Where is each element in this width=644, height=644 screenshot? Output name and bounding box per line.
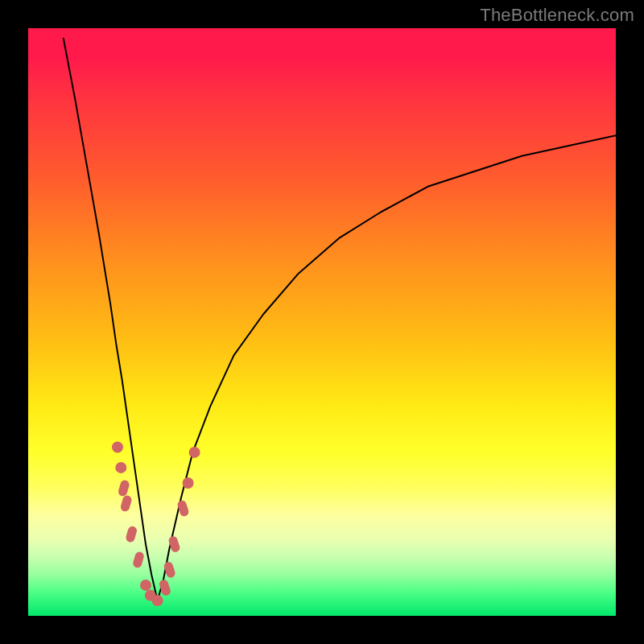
data-marker xyxy=(183,477,194,489)
curve-left-branch xyxy=(64,39,158,601)
watermark-text: TheBottleneck.com xyxy=(480,5,634,26)
chart-frame: TheBottleneck.com xyxy=(0,0,644,644)
plot-area xyxy=(28,28,616,616)
curve-right-branch xyxy=(158,135,616,601)
data-marker xyxy=(132,551,145,568)
data-marker xyxy=(189,447,200,458)
data-marker xyxy=(152,595,163,606)
data-marker xyxy=(159,579,172,597)
data-marker xyxy=(112,442,123,453)
data-marker xyxy=(125,525,138,543)
data-marker xyxy=(118,479,130,497)
chart-svg xyxy=(28,28,616,616)
data-marker xyxy=(115,462,126,473)
data-marker xyxy=(140,580,151,591)
data-markers xyxy=(112,442,200,607)
data-marker xyxy=(120,494,133,512)
